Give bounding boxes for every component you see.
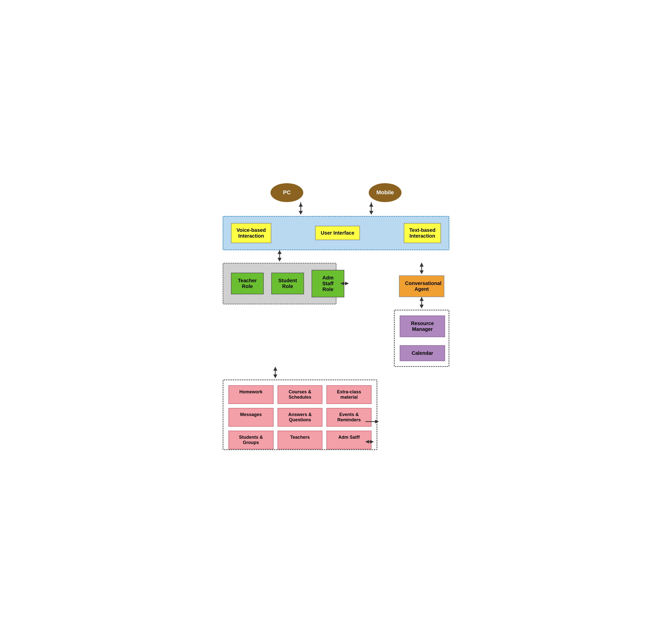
voice-label: Voice-basedInteraction (237, 227, 266, 239)
svg-marker-25 (365, 440, 369, 444)
events-reminders-label: Events &Reminders (337, 412, 361, 422)
events-reminders-box: Events &Reminders (327, 408, 371, 427)
adm-staff-label: Adm Satff (338, 435, 360, 440)
adm-staff-role-label: Adm StaffRole (322, 275, 334, 292)
svg-marker-24 (370, 440, 374, 444)
svg-marker-13 (419, 271, 424, 274)
user-interface-box: User Interface (315, 226, 360, 240)
pc-device: PC (270, 183, 303, 202)
data-boxes-container: Homework Courses &Schedules Extra-classm… (223, 379, 377, 450)
homework-label: Homework (239, 389, 262, 394)
roles-layer: TeacherRole StudentRole Adm StaffRole (223, 263, 336, 304)
calendar-label: Calendar (412, 350, 433, 356)
extra-class-label: Extra-classmaterial (337, 389, 361, 400)
adm-staff-box: Adm Satff (327, 431, 371, 449)
svg-marker-7 (278, 258, 282, 262)
svg-marker-10 (345, 282, 349, 285)
data-to-calendar-arrow (365, 439, 381, 444)
svg-marker-17 (419, 297, 424, 301)
svg-marker-1 (299, 211, 303, 215)
calendar-box: Calendar (400, 345, 445, 361)
conversational-agent-box: ConversationalAgent (399, 276, 444, 297)
teacher-role-box: TeacherRole (231, 273, 264, 294)
messages-box: Messages (229, 408, 273, 427)
svg-marker-20 (273, 367, 277, 371)
text-interaction-box: Text-basedInteraction (404, 223, 441, 243)
svg-marker-11 (340, 282, 344, 285)
pc-arrow (298, 202, 303, 216)
voice-interaction-box: Voice-basedInteraction (231, 223, 271, 243)
text-label: Text-basedInteraction (409, 227, 435, 239)
student-role-box: StudentRole (271, 273, 304, 294)
answers-questions-label: Answers &Questions (288, 412, 312, 422)
teachers-box: Teachers (278, 431, 323, 449)
svg-marker-5 (369, 203, 373, 207)
svg-marker-2 (299, 203, 303, 207)
courses-schedules-box: Courses &Schedules (278, 385, 323, 404)
svg-marker-22 (375, 420, 379, 423)
svg-marker-14 (419, 263, 424, 266)
svg-marker-4 (369, 211, 373, 215)
adm-staff-role-box: Adm StaffRole (312, 270, 344, 297)
agent-to-resources-arrow (419, 297, 424, 310)
extra-class-box: Extra-classmaterial (327, 385, 371, 404)
answers-questions-box: Answers &Questions (278, 408, 323, 427)
resource-manager-label: ResourceManager (411, 321, 434, 332)
roles-to-agent-arrow (340, 281, 351, 286)
teacher-role-label: TeacherRole (238, 278, 257, 289)
mobile-device: Mobile (369, 183, 402, 202)
diagram: PC Mobile Voice-basedInteraction User In… (223, 183, 449, 450)
ui-label: User Interface (321, 230, 354, 236)
data-to-resource-arrow (365, 419, 381, 424)
resource-manager-box: ResourceManager (400, 315, 445, 337)
roles-to-data-arrow (273, 367, 278, 379)
teachers-label: Teachers (290, 435, 310, 440)
students-groups-box: Students &Groups (229, 431, 273, 449)
homework-box: Homework (229, 385, 273, 404)
mobile-label: Mobile (376, 189, 394, 196)
courses-schedules-label: Courses &Schedules (289, 389, 311, 400)
pc-label: PC (283, 189, 291, 196)
svg-marker-8 (278, 250, 282, 254)
messages-label: Messages (240, 412, 262, 417)
conversational-agent-label: ConversationalAgent (405, 280, 441, 292)
student-role-label: StudentRole (278, 278, 297, 289)
students-groups-label: Students &Groups (239, 435, 263, 445)
svg-marker-19 (273, 374, 277, 378)
resource-calendar-box: ResourceManager Calendar (394, 310, 449, 367)
text-to-agent-arrow (419, 263, 424, 276)
mobile-arrow (369, 202, 374, 216)
svg-marker-16 (419, 305, 424, 308)
ui-to-roles-arrow (277, 250, 282, 263)
ui-layer: Voice-basedInteraction User Interface Te… (223, 216, 449, 250)
